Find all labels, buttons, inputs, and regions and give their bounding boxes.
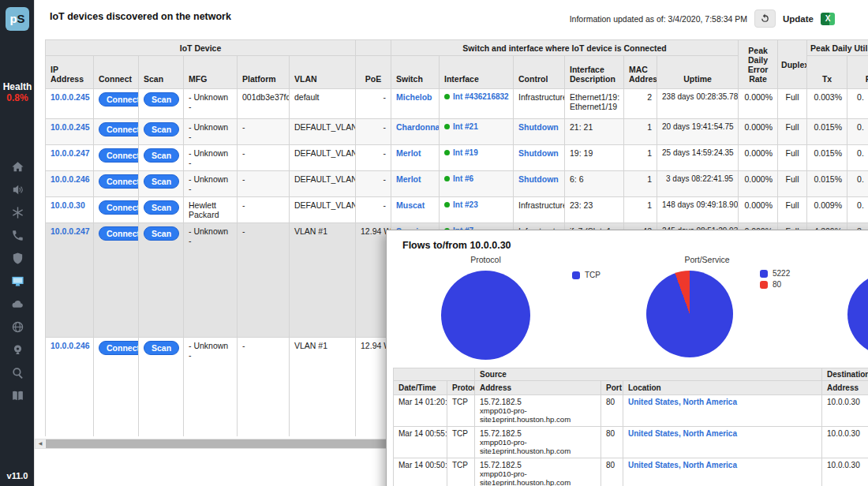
mac-addresses-cell: 1 [624, 197, 657, 223]
ip-address-link[interactable]: 10.0.0.247 [51, 148, 90, 158]
table-row[interactable]: 10.0.0.246 Connect Scan - Unknown - - DE… [46, 171, 868, 197]
duplex-cell: Full [778, 197, 807, 223]
refresh-button[interactable] [754, 9, 776, 28]
flow-source-ip: 15.72.182.5 [480, 461, 596, 469]
interface-cell: Int #6 [440, 171, 514, 197]
sidebar-item-asterisk[interactable] [0, 201, 35, 224]
flow-location-link[interactable]: United States, North America [628, 461, 737, 469]
ip-address-link[interactable]: 10.0.0.247 [51, 226, 90, 236]
sidebar-item-book[interactable] [0, 384, 35, 407]
legend-item: TCP [572, 271, 600, 279]
flow-location-link[interactable]: United States, North America [628, 429, 737, 438]
webcam-icon [11, 343, 24, 357]
scan-button[interactable]: Scan [144, 92, 179, 107]
control-link[interactable]: Shutdown [518, 122, 559, 132]
status-dot-icon [444, 124, 450, 129]
interface-cell: Int #436216832 [440, 89, 514, 119]
update-button[interactable]: Update [783, 14, 814, 24]
scroll-left-arrow[interactable]: ◀ [36, 439, 45, 448]
interface-link[interactable]: Int #19 [453, 148, 478, 157]
interface-link[interactable]: Int #23 [453, 200, 478, 209]
sidebar-item-webcam[interactable] [0, 338, 35, 361]
sidebar-item-phone[interactable] [0, 224, 35, 247]
duplex-cell: Full [778, 89, 807, 119]
sidebar-item-home[interactable] [0, 155, 35, 178]
platform-cell: - [238, 223, 290, 338]
sidebar-item-cloud[interactable] [0, 293, 35, 316]
scan-button[interactable]: Scan [144, 200, 179, 215]
error-rate-cell: 0.000% [739, 145, 778, 171]
control-link[interactable]: Shutdown [518, 174, 559, 184]
legend-label: TCP [585, 271, 600, 279]
cloud-icon [11, 297, 24, 311]
interface-link[interactable]: Int #6 [453, 174, 473, 183]
vlan-cell: VLAN #1 [290, 338, 356, 437]
ip-address-link[interactable]: 10.0.0.245 [51, 122, 90, 132]
legend-swatch-icon [760, 270, 768, 278]
monitor-icon [11, 275, 24, 288]
sidebar-item-search[interactable] [0, 361, 35, 384]
flows-panel: Flows to/from 10.0.0.30 ProtocolTCPPort/… [386, 230, 868, 486]
connect-button[interactable]: Connect [99, 92, 139, 107]
sidebar-item-monitor[interactable] [0, 270, 35, 293]
tx-cell: 0.015% [807, 171, 847, 197]
globe-icon [11, 320, 24, 334]
table-row[interactable]: 10.0.0.30 Connect Scan Hewlett Packard -… [46, 197, 868, 223]
interface-description-cell: Ethernet1/19: Ethernet1/19 [565, 89, 624, 119]
interface-link[interactable]: Int #436216832 [453, 92, 509, 101]
table-row[interactable]: 10.0.0.245 Connect Scan - Unknown - 001d… [46, 89, 868, 119]
column-header-mfg: MFG [184, 56, 238, 89]
table-row[interactable]: 10.0.0.247 Connect Scan - Unknown - - DE… [46, 145, 868, 171]
sidebar: pS Health 0.8% v11.0 [0, 0, 35, 486]
connect-button[interactable]: Connect [99, 148, 139, 163]
flows-row[interactable]: Mar 14 00:50:23 TCP 15.72.182.5xmpp010-p… [394, 458, 868, 486]
connect-button[interactable]: Connect [99, 122, 139, 136]
legend-swatch-icon [572, 271, 580, 279]
connect-button[interactable]: Connect [99, 341, 139, 355]
flows-column-destination-address: Address [822, 381, 868, 395]
switch-link[interactable]: Muscat [396, 200, 425, 210]
interface-link[interactable]: Int #21 [453, 122, 478, 131]
flow-source-host: xmpp010-pro-site1eprint.houston.hp.com [480, 438, 596, 455]
control-link[interactable]: Shutdown [518, 148, 559, 158]
connect-button[interactable]: Connect [99, 226, 139, 241]
scan-button[interactable]: Scan [144, 122, 179, 136]
switch-link[interactable]: Merlot [396, 148, 421, 158]
poe-cell: - [356, 145, 391, 171]
legend-label: 5222 [773, 269, 790, 278]
switch-link[interactable]: Chardonnay [396, 122, 440, 132]
updated-timestamp: 3/4/2020, 7:58:34 PM [668, 14, 747, 24]
switch-link[interactable]: Michelob [396, 92, 432, 102]
pie-chart-0 [441, 271, 530, 360]
flow-source-host: xmpp010-pro-site1eprint.houston.hp.com [480, 469, 596, 486]
excel-export-icon[interactable]: X [821, 13, 835, 25]
poe-cell: - [356, 197, 391, 223]
sidebar-item-megaphone[interactable] [0, 178, 35, 201]
interface-cell: Int #21 [440, 119, 514, 145]
flows-row[interactable]: Mar 14 01:20:59 TCP 15.72.182.5xmpp010-p… [394, 395, 868, 427]
pie-chart-1 [646, 271, 733, 357]
mac-addresses-cell: 2 [624, 89, 657, 119]
ip-address-link[interactable]: 10.0.0.246 [51, 174, 90, 184]
sidebar-item-globe[interactable] [0, 316, 35, 338]
asterisk-icon [11, 206, 24, 219]
flows-row[interactable]: Mar 14 00:55:29 TCP 15.72.182.5xmpp010-p… [394, 427, 868, 458]
connect-button[interactable]: Connect [99, 174, 139, 189]
connect-button[interactable]: Connect [99, 200, 139, 215]
switch-link[interactable]: Merlot [396, 174, 421, 184]
scan-button[interactable]: Scan [144, 226, 179, 241]
scan-button[interactable]: Scan [144, 341, 179, 355]
sidebar-item-shield[interactable] [0, 247, 35, 270]
platform-cell: - [238, 197, 290, 223]
ip-address-link[interactable]: 10.0.0.246 [51, 341, 90, 350]
updated-label: Information updated as of: [570, 14, 666, 24]
scan-button[interactable]: Scan [144, 148, 179, 163]
scan-button[interactable]: Scan [144, 174, 179, 189]
ip-address-link[interactable]: 10.0.0.30 [51, 200, 85, 210]
flow-protocol-cell: TCP [447, 427, 475, 458]
flow-location-link[interactable]: United States, North America [628, 398, 737, 406]
poe-cell: - [356, 171, 391, 197]
ip-address-link[interactable]: 10.0.0.245 [51, 92, 90, 102]
group-switch-interface: Switch and interface where IoT device is… [391, 40, 739, 56]
table-row[interactable]: 10.0.0.245 Connect Scan - Unknown - - DE… [46, 119, 868, 145]
